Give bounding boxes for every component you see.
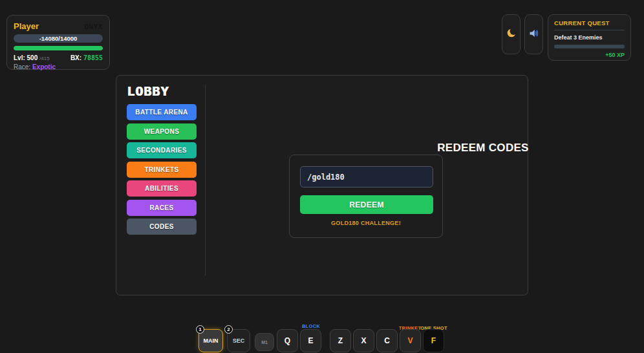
- code-input[interactable]: [300, 166, 433, 187]
- quest-panel: CURRENT QUEST Defeat 3 Enemies +50 XP: [548, 14, 631, 61]
- redeem-button[interactable]: REDEEM: [300, 195, 433, 214]
- redeem-status-text: GOLD180 CHALLENGE!: [290, 220, 442, 226]
- quest-objective: Defeat 3 Enemies: [554, 34, 625, 41]
- hotkey-e[interactable]: E: [300, 329, 321, 352]
- player-bx: BX: 78855: [70, 54, 103, 61]
- player-race: Race: Expotic: [14, 63, 103, 70]
- player-name: Player: [14, 21, 39, 31]
- player-rank-badge: ONYX: [85, 23, 103, 31]
- theme-toggle-button[interactable]: [502, 14, 521, 54]
- redeem-codes-title: REDEEM CODES: [321, 142, 644, 155]
- menu-item-battle-arena[interactable]: BATTLE ARENA: [127, 104, 197, 120]
- hotkey-v[interactable]: V: [400, 329, 421, 352]
- bx-value: 78855: [83, 54, 103, 61]
- menu-item-races[interactable]: RACES: [127, 200, 197, 216]
- hotkey-x[interactable]: X: [353, 329, 374, 352]
- hotkey-f[interactable]: F: [423, 329, 444, 352]
- quest-divider: [554, 30, 625, 30]
- race-label: Race:: [14, 63, 30, 70]
- player-panel: Player ONYX -14080/14000 Lvl: 500 /415 B…: [6, 15, 110, 70]
- menu-item-secondaries[interactable]: SECONDARIES: [127, 142, 197, 158]
- game-screen: Player ONYX -14080/14000 Lvl: 500 /415 B…: [0, 0, 644, 353]
- slot-1-badge: 1: [196, 325, 204, 334]
- bx-label: BX:: [70, 54, 81, 61]
- moon-icon: [506, 27, 517, 41]
- quest-title: CURRENT QUEST: [554, 19, 625, 27]
- xp-bar-fill: [14, 46, 103, 50]
- menu-item-abilities[interactable]: ABILITIES: [127, 180, 197, 197]
- menu-item-codes[interactable]: CODES: [127, 219, 197, 235]
- lobby-divider: [205, 85, 206, 275]
- redeem-codes-box: REDEEM GOLD180 CHALLENGE!: [289, 155, 443, 238]
- hotkey-c[interactable]: C: [376, 329, 398, 352]
- race-value: Expotic: [32, 63, 56, 70]
- health-text: -14080/14000: [14, 34, 103, 43]
- player-level: Lvl: 500 /415: [14, 54, 50, 61]
- player-stats: Lvl: 500 /415 BX: 78855: [14, 54, 103, 61]
- lobby-panel: LOBBY BATTLE ARENA WEAPONS SECONDARIES T…: [116, 75, 528, 295]
- level-suffix: /415: [39, 56, 50, 61]
- speaker-icon: [528, 28, 539, 41]
- health-bar: -14080/14000: [14, 34, 103, 43]
- menu-item-weapons[interactable]: WEAPONS: [127, 123, 197, 140]
- lobby-menu: BATTLE ARENA WEAPONS SECONDARIES TRINKET…: [127, 104, 197, 238]
- player-header: Player ONYX: [14, 21, 103, 31]
- hotkey-m1[interactable]: M1: [255, 333, 274, 351]
- level-value: 500: [27, 54, 38, 61]
- quest-reward: +50 XP: [554, 52, 625, 58]
- xp-bar: [14, 46, 103, 50]
- level-label: Lvl:: [14, 54, 25, 61]
- block-key-label: BLOCK: [294, 323, 328, 329]
- quest-progress-bar: [554, 45, 625, 48]
- menu-item-trinkets[interactable]: TRINKETS: [127, 162, 197, 178]
- hotkey-z[interactable]: Z: [330, 329, 351, 352]
- hotkey-q[interactable]: Q: [277, 329, 298, 352]
- lobby-title: LOBBY: [127, 83, 169, 99]
- sound-toggle-button[interactable]: [524, 14, 543, 54]
- slot-2-badge: 2: [224, 325, 233, 334]
